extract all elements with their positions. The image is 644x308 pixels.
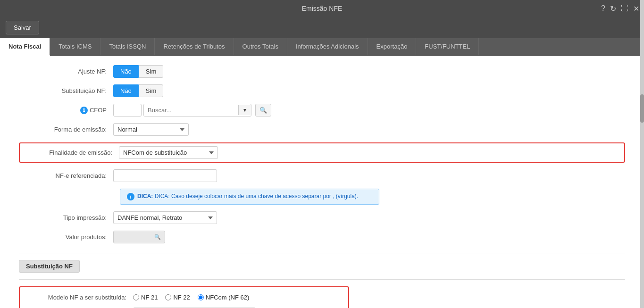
- tab-totais-issqn[interactable]: Totais ISSQN: [100, 38, 155, 55]
- radio-nf22-item[interactable]: NF 22: [165, 294, 190, 301]
- radio-nfcom-item[interactable]: NFCom (NF 62): [198, 294, 249, 301]
- fullscreen-icon[interactable]: ⛶: [621, 4, 628, 13]
- tab-informacoes-adicionais[interactable]: Informações Adicionais: [287, 38, 368, 55]
- substituicao-nf-toggle-row: Substituição NF: Não Sim: [19, 84, 625, 97]
- modelo-nf-radio-group: NF 21 NF 22 NFCom (NF 62): [133, 294, 249, 301]
- save-button[interactable]: Salvar: [6, 21, 39, 34]
- valor-produtos-input[interactable]: [114, 231, 151, 243]
- tab-retencoes[interactable]: Retenções de Tributos: [155, 38, 234, 55]
- tab-fust-funttel[interactable]: FUST/FUNTTEL: [416, 38, 479, 55]
- substituicao-nf-label: Substituição NF:: [19, 87, 113, 94]
- substituicao-sim-btn[interactable]: Sim: [139, 84, 163, 97]
- dica-box: i DICA: DICA: Caso deseje colocar mais d…: [120, 189, 379, 205]
- substituicao-nao-btn[interactable]: Não: [113, 84, 139, 97]
- valor-search-icon[interactable]: 🔍: [151, 232, 164, 242]
- cfop-info-icon[interactable]: ℹ: [80, 107, 88, 114]
- title-bar: Emissão NFE ? ↻ ⛶ ✕: [0, 0, 644, 17]
- tipo-impressao-row: Tipo impressão: DANFE normal, Retrato DA…: [19, 211, 625, 224]
- scrollbar-track: [640, 0, 644, 308]
- ajuste-nf-row: Ajuste NF: Não Sim: [19, 65, 625, 78]
- tab-outros-totais[interactable]: Outros Totais: [234, 38, 287, 55]
- close-icon[interactable]: ✕: [633, 4, 639, 13]
- radio-nf21[interactable]: [133, 294, 139, 300]
- finalidade-emissao-row: Finalidade de emissão: Normal Complement…: [19, 142, 625, 163]
- toolbar: Salvar: [0, 17, 644, 38]
- ajuste-sim-btn[interactable]: Sim: [139, 65, 163, 78]
- ajuste-nao-btn[interactable]: Não: [113, 65, 139, 78]
- cfop-label: ℹ CFOP: [19, 107, 113, 114]
- radio-nfcom[interactable]: [198, 294, 204, 300]
- cfop-search-input[interactable]: [144, 104, 238, 116]
- history-icon[interactable]: ↻: [610, 4, 616, 13]
- forma-emissao-row: Forma de emissão: Normal Contingência FS…: [19, 123, 625, 136]
- window-title: Emissão NFE: [302, 5, 343, 12]
- tabs-bar: Nota Fiscal Totais ICMS Totais ISSQN Ret…: [0, 38, 644, 56]
- section-divider: [19, 253, 625, 253]
- valor-produtos-label: Valor produtos:: [19, 233, 113, 241]
- cfop-dropdown-arrow[interactable]: ▼: [238, 105, 251, 115]
- finalidade-emissao-label: Finalidade de emissão:: [25, 149, 119, 156]
- cfop-code-input[interactable]: [113, 104, 142, 117]
- nfe-referenciada-input[interactable]: [113, 169, 217, 182]
- content-area: Ajuste NF: Não Sim Substituição NF: Não …: [0, 56, 644, 308]
- valor-produtos-input-wrapper: 🔍: [113, 231, 165, 243]
- cfop-row: ℹ CFOP ▼ 🔍: [19, 104, 625, 117]
- title-bar-icons: ? ↻ ⛶ ✕: [601, 4, 639, 13]
- radio-nf22-label: NF 22: [173, 294, 190, 301]
- tab-exportacao[interactable]: Exportação: [368, 38, 417, 55]
- section-header: Substituição NF: [19, 260, 625, 273]
- finalidade-emissao-select[interactable]: Normal Complementar Ajuste Devolução de …: [119, 146, 218, 159]
- radio-nf22[interactable]: [165, 294, 171, 300]
- radio-nf21-label: NF 21: [141, 294, 158, 301]
- modelo-nf-row: Modelo NF a ser substituída: NF 21 NF 22…: [29, 294, 339, 301]
- help-icon[interactable]: ?: [601, 4, 605, 13]
- dica-text: DICA: DICA: Caso deseje colocar mais de …: [137, 193, 358, 200]
- radio-nf21-item[interactable]: NF 21: [133, 294, 158, 301]
- modelo-nf-label: Modelo NF a ser substituída:: [29, 294, 133, 301]
- section-divider-2: [19, 279, 625, 280]
- tipo-impressao-label: Tipo impressão:: [19, 214, 113, 221]
- valor-produtos-row: Valor produtos: 🔍: [19, 231, 625, 243]
- forma-emissao-select[interactable]: Normal Contingência FS-IA Contingência S…: [113, 123, 189, 136]
- substituicao-box: Modelo NF a ser substituída: NF 21 NF 22…: [19, 286, 349, 308]
- ajuste-nf-label: Ajuste NF:: [19, 68, 113, 75]
- main-window: Emissão NFE ? ↻ ⛶ ✕ Salvar Nota Fiscal T…: [0, 0, 644, 308]
- nfe-referenciada-row: NF-e referenciada:: [19, 169, 625, 182]
- cfop-search-icon-btn[interactable]: 🔍: [255, 104, 271, 117]
- radio-nfcom-label: NFCom (NF 62): [206, 294, 249, 301]
- substituicao-nf-toggle: Não Sim: [113, 84, 163, 97]
- forma-emissao-label: Forma de emissão:: [19, 126, 113, 133]
- substituicao-section-title-btn[interactable]: Substituição NF: [19, 260, 80, 273]
- ajuste-nf-toggle: Não Sim: [113, 65, 163, 78]
- dica-info-icon: i: [127, 193, 134, 200]
- cfop-search-combo: ▼: [143, 104, 251, 117]
- tab-totais-icms[interactable]: Totais ICMS: [50, 38, 100, 55]
- tipo-impressao-select[interactable]: DANFE normal, Retrato DANFE normal, Pais…: [113, 211, 217, 224]
- nfe-referenciada-label: NF-e referenciada:: [19, 172, 113, 179]
- cfop-controls: ▼ 🔍: [113, 104, 271, 117]
- tab-nota-fiscal[interactable]: Nota Fiscal: [0, 38, 50, 56]
- scrollbar-thumb[interactable]: [640, 94, 644, 123]
